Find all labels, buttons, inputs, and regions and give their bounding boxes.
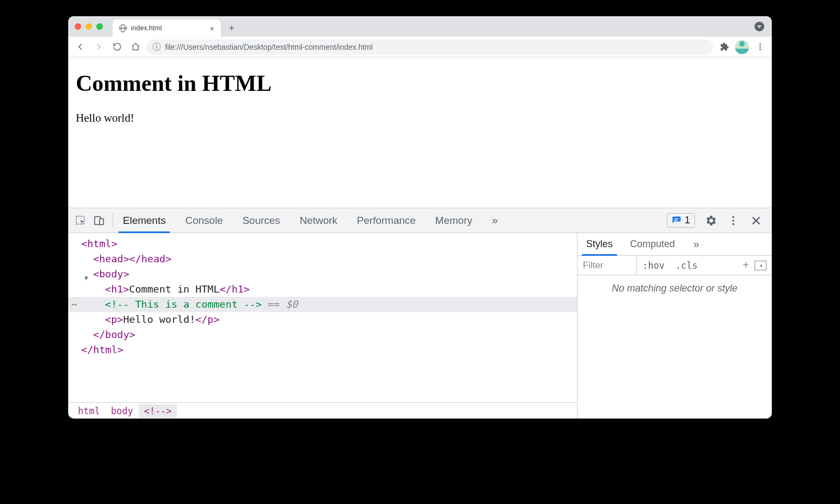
no-match-message: No matching selector or style bbox=[578, 275, 772, 302]
svg-rect-5 bbox=[100, 218, 103, 224]
svg-point-2 bbox=[759, 49, 761, 50]
svg-rect-6 bbox=[674, 218, 679, 219]
close-devtools-icon[interactable] bbox=[749, 214, 763, 228]
browser-menu-button[interactable] bbox=[752, 39, 767, 55]
dom-node: </body> bbox=[68, 327, 577, 342]
tab-title: index.html bbox=[131, 24, 162, 32]
elements-panel: <html> <head></head> <body> <h1>Comment … bbox=[68, 233, 577, 419]
page-paragraph: Hello world! bbox=[76, 111, 764, 125]
dom-node: <p>Hello world!</p> bbox=[68, 312, 577, 327]
devtools-tab-network[interactable]: Network bbox=[290, 208, 347, 233]
browser-toolbar: i file:///Users/nsebastian/Desktop/test/… bbox=[68, 37, 772, 57]
devtools-panel: Elements Console Sources Network Perform… bbox=[68, 208, 772, 419]
profile-avatar[interactable] bbox=[735, 40, 749, 54]
dom-node: <html> bbox=[68, 236, 577, 251]
issues-count: 1 bbox=[685, 215, 690, 226]
back-button[interactable] bbox=[73, 39, 88, 55]
styles-sidebar: Styles Computed » Filter :hov .cls + No … bbox=[577, 233, 772, 419]
browser-window: index.html × + i file:///Users/nsebastia… bbox=[68, 16, 772, 419]
devtools-tabbar: Elements Console Sources Network Perform… bbox=[68, 208, 772, 233]
dom-node: <body> bbox=[68, 267, 577, 282]
site-info-icon[interactable]: i bbox=[153, 43, 161, 51]
forward-button[interactable] bbox=[91, 39, 106, 55]
reload-button[interactable] bbox=[109, 39, 124, 55]
devtools-tab-sources[interactable]: Sources bbox=[233, 208, 290, 233]
styles-filter-input[interactable]: Filter bbox=[578, 256, 637, 275]
new-style-rule-icon[interactable]: + bbox=[737, 259, 754, 271]
devtools-tab-console[interactable]: Console bbox=[175, 208, 233, 233]
svg-rect-3 bbox=[76, 216, 84, 224]
svg-point-10 bbox=[732, 223, 734, 225]
dom-node: </html> bbox=[68, 342, 577, 357]
dom-node: <head></head> bbox=[68, 251, 577, 267]
close-tab-icon[interactable]: × bbox=[209, 24, 214, 32]
maximize-window-button[interactable] bbox=[96, 23, 103, 30]
devtools-tab-memory[interactable]: Memory bbox=[425, 208, 482, 233]
devtools-menu-icon[interactable] bbox=[726, 214, 740, 228]
device-toolbar-icon[interactable] bbox=[91, 213, 107, 229]
new-tab-button[interactable]: + bbox=[224, 21, 239, 36]
tab-strip: index.html × + bbox=[68, 16, 772, 37]
hov-toggle[interactable]: :hov bbox=[637, 260, 670, 271]
crumb-comment[interactable]: <!-​-​> bbox=[139, 404, 177, 418]
globe-icon bbox=[119, 24, 127, 32]
url-text: file:///Users/nsebastian/Desktop/test/ht… bbox=[165, 43, 373, 51]
breadcrumb: html body <!-​-​> bbox=[68, 402, 577, 419]
crumb-html[interactable]: html bbox=[73, 404, 106, 418]
svg-rect-7 bbox=[674, 220, 677, 220]
devtools-tab-elements[interactable]: Elements bbox=[113, 208, 175, 233]
dom-node-selected: <!-- This is a comment --> == $0 bbox=[68, 297, 577, 312]
styles-tab[interactable]: Styles bbox=[578, 233, 621, 255]
extensions-button[interactable] bbox=[717, 39, 732, 55]
settings-icon[interactable] bbox=[704, 214, 718, 228]
browser-tab[interactable]: index.html × bbox=[113, 19, 221, 37]
crumb-body[interactable]: body bbox=[106, 404, 139, 418]
svg-point-1 bbox=[759, 46, 761, 48]
window-controls bbox=[75, 16, 113, 37]
minimize-window-button[interactable] bbox=[86, 23, 92, 30]
svg-point-0 bbox=[759, 43, 761, 45]
svg-point-8 bbox=[732, 216, 734, 218]
tab-search-button[interactable] bbox=[754, 22, 764, 31]
issues-badge[interactable]: 1 bbox=[667, 213, 695, 228]
computed-panel-icon[interactable] bbox=[754, 261, 766, 270]
page-viewport: Comment in HTML Hello world! bbox=[68, 57, 772, 208]
inspect-element-icon[interactable] bbox=[73, 213, 89, 229]
dom-tree[interactable]: <html> <head></head> <body> <h1>Comment … bbox=[68, 233, 577, 402]
cls-toggle[interactable]: .cls bbox=[670, 260, 703, 271]
computed-tab[interactable]: Computed bbox=[621, 233, 684, 255]
page-heading: Comment in HTML bbox=[76, 70, 764, 96]
address-bar[interactable]: i file:///Users/nsebastian/Desktop/test/… bbox=[146, 39, 713, 55]
home-button[interactable] bbox=[128, 39, 143, 55]
close-window-button[interactable] bbox=[75, 23, 81, 30]
devtools-tab-performance[interactable]: Performance bbox=[347, 208, 425, 233]
dom-node: <h1>Comment in HTML</h1> bbox=[68, 282, 577, 297]
svg-point-9 bbox=[732, 220, 734, 222]
styles-more-tabs[interactable]: » bbox=[684, 238, 708, 250]
devtools-more-tabs[interactable]: » bbox=[482, 214, 507, 227]
